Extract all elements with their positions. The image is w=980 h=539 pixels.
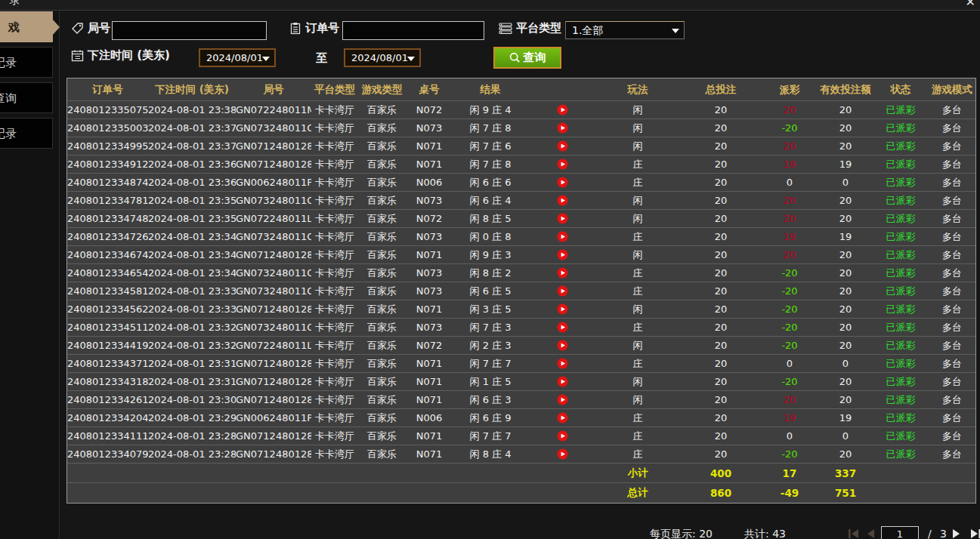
platform-type: 卡卡湾厅: [311, 303, 358, 316]
play-icon[interactable]: [528, 104, 596, 116]
table-number: N071: [406, 394, 453, 405]
play-icon[interactable]: [528, 412, 596, 424]
table-number: N073: [406, 231, 453, 242]
total-bet: 20: [679, 140, 762, 152]
first-page-button[interactable]: [848, 528, 859, 539]
game-mode: 多台: [927, 357, 977, 371]
order-number: 240801233487443: [67, 177, 148, 188]
play-icon[interactable]: [528, 140, 596, 152]
date-from-picker[interactable]: 2024/08/01: [199, 48, 276, 67]
play-icon[interactable]: [528, 358, 596, 369]
valid-bet: 20: [817, 213, 874, 224]
window-topbar: 录 ✕: [0, 0, 980, 11]
play-icon[interactable]: [528, 394, 596, 405]
play-icon[interactable]: [528, 195, 596, 206]
play-icon[interactable]: [528, 285, 596, 297]
last-page-button[interactable]: [970, 528, 980, 539]
sidebar-tab-label: 戏: [0, 12, 52, 43]
game-type: 百家乐: [358, 194, 406, 208]
game-mode: 多台: [927, 266, 977, 280]
round-number: GN073248011OD: [236, 231, 311, 242]
subtotal-payout: 17: [762, 467, 817, 479]
play-icon[interactable]: [528, 303, 596, 315]
payout: 0: [762, 177, 817, 188]
bet-side: 闲: [596, 339, 679, 353]
payout: 20: [762, 195, 817, 206]
col-header-game-mode: 游戏模式: [927, 83, 977, 97]
table-row: 2408012334674112024-08-01 23:34:28GN0712…: [67, 246, 975, 264]
play-icon[interactable]: [528, 340, 596, 351]
order-number-input[interactable]: [342, 21, 484, 40]
play-icon[interactable]: [528, 249, 596, 260]
next-page-button[interactable]: [952, 528, 962, 539]
payout: -20: [762, 448, 817, 460]
game-type: 百家乐: [358, 230, 406, 244]
round-number: GN0712480128U: [236, 140, 311, 152]
play-icon[interactable]: [528, 231, 596, 242]
sidebar-tab-records[interactable]: 记录: [0, 47, 53, 78]
bet-side: 庄: [596, 321, 679, 334]
order-number: 240801233507558: [67, 104, 148, 116]
round-number: GN073248011OB: [236, 285, 311, 297]
play-icon[interactable]: [528, 430, 596, 442]
sidebar-tab-game[interactable]: 戏: [0, 11, 53, 42]
close-icon[interactable]: ✕: [966, 0, 975, 9]
valid-bet: 20: [817, 195, 874, 206]
sidebar-tab-records-2[interactable]: 记录: [0, 118, 53, 149]
round-number-input[interactable]: [112, 21, 267, 40]
query-button[interactable]: 查询: [493, 47, 561, 69]
game-mode: 多台: [927, 158, 977, 171]
platform-type-select[interactable]: 1.全部: [565, 21, 685, 39]
play-icon[interactable]: [528, 322, 596, 333]
bet-time: 2024-08-01 23:33:25: [148, 303, 236, 315]
game-type: 百家乐: [358, 103, 406, 117]
bet-time: 2024-08-01 23:38:35: [148, 104, 236, 116]
table-number: N006: [406, 412, 453, 424]
result: 闲 8 庄 2: [453, 266, 528, 280]
table-row: 2408012334419432024-08-01 23:32:00GN0722…: [67, 337, 975, 355]
game-type: 百家乐: [358, 122, 406, 135]
platform-type: 卡卡湾厅: [311, 158, 358, 171]
bet-side: 庄: [596, 357, 679, 371]
play-icon[interactable]: [528, 177, 596, 188]
page-number-input[interactable]: 1: [881, 526, 919, 539]
prev-page-button[interactable]: [865, 528, 875, 539]
total-bet: 20: [679, 376, 762, 387]
result: 闲 6 庄 5: [453, 285, 528, 298]
grand-total-label: 总计: [596, 486, 679, 500]
grand-total-total-bet: 860: [679, 487, 762, 499]
total-bet: 20: [679, 104, 762, 116]
col-header-game-type: 游戏类型: [358, 83, 406, 97]
table-row: 2408012334562322024-08-01 23:33:25GN0712…: [67, 300, 975, 319]
valid-bet: 20: [817, 140, 874, 152]
result: 闲 8 庄 4: [453, 448, 528, 461]
order-number: 240801233491205: [67, 159, 148, 170]
game-type: 百家乐: [358, 357, 406, 371]
play-icon[interactable]: [528, 448, 596, 460]
date-to-picker[interactable]: 2024/08/01: [344, 48, 421, 67]
table-number: N071: [406, 249, 453, 260]
play-icon[interactable]: [528, 376, 596, 387]
result: 闲 8 庄 5: [453, 212, 528, 226]
col-header-table-number: 桌号: [406, 83, 453, 97]
result: 闲 2 庄 3: [453, 339, 528, 353]
col-header-total-bet: 总投注: [679, 83, 762, 97]
game-mode: 多台: [927, 122, 977, 135]
platform-type: 卡卡湾厅: [311, 430, 358, 443]
payout: 20: [762, 140, 817, 152]
platform-type: 卡卡湾厅: [311, 266, 358, 280]
bet-time: 2024-08-01 23:37:47: [148, 122, 236, 134]
play-icon[interactable]: [528, 213, 596, 224]
play-icon[interactable]: [528, 122, 596, 134]
platform-type: 卡卡湾厅: [311, 375, 358, 389]
valid-bet: 20: [817, 376, 874, 387]
total-bet: 20: [679, 195, 762, 206]
bet-side: 闲: [596, 303, 679, 316]
play-icon[interactable]: [528, 159, 596, 170]
table-row: 2408012334111362024-08-01 23:28:59GN0712…: [67, 427, 975, 445]
sidebar-tab-query[interactable]: 查询: [0, 82, 53, 113]
bet-time: 2024-08-01 23:31:02: [148, 376, 236, 387]
result: 闲 6 庄 4: [453, 194, 528, 208]
status: 已派彩: [874, 321, 927, 334]
play-icon[interactable]: [528, 267, 596, 279]
